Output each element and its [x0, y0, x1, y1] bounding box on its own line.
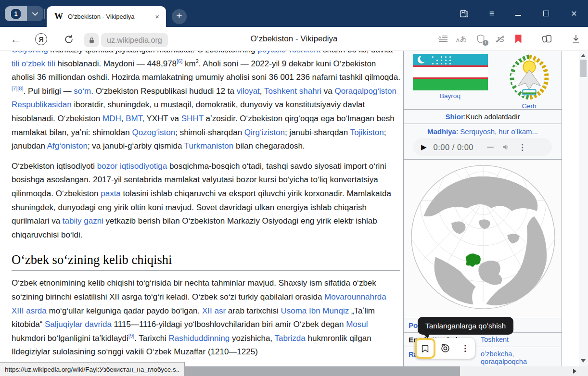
motto-label-link[interactable]: Shior	[445, 113, 463, 121]
play-icon[interactable]: ▶	[421, 143, 427, 151]
close-button[interactable]: ✕	[567, 6, 581, 21]
wiki-link[interactable]: [7][8]	[12, 86, 23, 91]
svg-text:A: A	[438, 35, 441, 40]
site-security-button[interactable]	[84, 33, 99, 47]
wiki-link[interactable]: poytaxti Toshkent	[257, 51, 320, 54]
lock-icon	[88, 37, 95, 44]
wiki-link[interactable]: viloyat	[237, 87, 260, 96]
bookmark-page-button[interactable]	[512, 33, 524, 45]
titlebar-divider	[44, 9, 45, 19]
browser-tab-active[interactable]: W Oʻzbekiston - Vikipediya ×	[47, 6, 166, 27]
wiki-link[interactable]: Qirgʻiziston	[244, 128, 285, 137]
reader-mode-icon: A	[438, 35, 448, 43]
wiki-link[interactable]: XII asr	[202, 306, 226, 315]
wiki-link[interactable]: Toshkent shahri	[264, 87, 321, 96]
globe-map-image[interactable]	[409, 163, 557, 312]
wiki-link[interactable]: Tabrizda	[274, 334, 305, 343]
page-content: Osiyoning markaziy qismida joylashgan ma…	[0, 51, 588, 366]
tab-title: Oʻzbekiston - Vikipediya	[68, 13, 151, 20]
bookmark-flag-icon	[515, 35, 522, 43]
scroll-right-arrow[interactable]	[573, 369, 576, 374]
wiki-link[interactable]: tili oʻzbek tili	[12, 59, 55, 68]
visual-search-icon	[440, 343, 450, 353]
url-text: uz.wikipedia.org	[107, 36, 162, 45]
wiki-link[interactable]: SHHT	[181, 114, 204, 123]
row-value-link[interactable]: oʻzbekcha, qoraqalpoqcha	[477, 347, 549, 366]
new-tab-button[interactable]: +	[172, 9, 187, 24]
reader-mode-button[interactable]: A	[437, 33, 449, 45]
tab-count-badge: 1	[11, 9, 21, 19]
address-bar[interactable]: uz.wikipedia.org	[101, 33, 168, 47]
wiki-link[interactable]: Tojikiston	[350, 128, 384, 137]
wiki-link[interactable]: Afgʻoniston	[47, 141, 88, 150]
uzbekistan-flag-image[interactable]	[413, 54, 488, 90]
player-menu-icon[interactable]: ⋮	[518, 142, 526, 152]
location-map-cell	[404, 160, 562, 318]
wiki-link[interactable]: bozor iqtisodiyotiga	[97, 162, 167, 171]
back-button[interactable]: ←	[9, 32, 23, 46]
scroll-up-arrow[interactable]	[581, 54, 586, 57]
wiki-link[interactable]: Mosul	[346, 320, 368, 329]
article-paragraph: Osiyoning markaziy qismida joylashgan ma…	[12, 51, 400, 153]
wiki-link[interactable]: tabiiy gazni	[63, 216, 103, 226]
maximize-button[interactable]	[539, 6, 553, 21]
speaker-icon	[501, 143, 510, 151]
tab-close-icon[interactable]: ×	[153, 12, 161, 22]
status-url-text: https://uz.wikipedia.org/wiki/Fayl:Узбек…	[5, 366, 179, 373]
browser-titlebar: 1 W Oʻzbekiston - Vikipediya × + ≡	[0, 0, 588, 27]
add-to-collection-button[interactable]	[415, 338, 435, 359]
kebab-icon: ⋮	[461, 343, 469, 353]
reload-button[interactable]	[62, 33, 75, 46]
protect-shield-button[interactable]: 1	[474, 33, 487, 45]
javascript-toggle-button[interactable]: JS	[494, 33, 506, 45]
audio-player[interactable]: ▶ 0:00 / 0:00 ⋮	[413, 138, 552, 156]
visual-search-button[interactable]	[435, 338, 455, 359]
wiki-link[interactable]: Rashiduddinning	[169, 334, 230, 343]
wiki-link[interactable]: Qozogʻiston	[132, 128, 175, 137]
anthem-label-link[interactable]: Madhiya	[427, 127, 456, 136]
player-time: 0:00 / 0:00	[434, 143, 473, 152]
translate-button[interactable]: Aあ	[455, 33, 468, 45]
downloads-button[interactable]	[570, 33, 582, 45]
volume-button[interactable]	[501, 143, 510, 151]
emblem-caption-link[interactable]: Gerb	[522, 102, 536, 110]
vertical-scrollbar[interactable]	[579, 51, 588, 366]
wiki-link[interactable]: [9]	[128, 333, 134, 338]
scroll-down-arrow[interactable]	[581, 359, 586, 363]
tab-group-chevron[interactable]	[27, 6, 43, 21]
wiki-link[interactable]: Usoma Ibn Munqiz	[281, 306, 349, 315]
flag-caption-link[interactable]: Bayroq	[440, 92, 460, 100]
vertical-scroll-thumb[interactable]	[580, 60, 587, 77]
browser-window: 1 W Oʻzbekiston - Vikipediya × + ≡	[0, 0, 588, 376]
tab-group-badge-wrap[interactable]: 1	[5, 6, 27, 21]
page-title: Oʻzbekiston - Vikipediya	[192, 34, 396, 44]
wiki-link[interactable]: Osiyoning	[12, 51, 48, 54]
browser-toolbar: ← Я uz.wikipedia.org Oʻzbekiston - Vikip…	[0, 27, 588, 51]
wiki-link[interactable]: [6]	[177, 58, 182, 64]
yandex-home-button[interactable]: Я	[35, 33, 47, 45]
wiki-link[interactable]: soʻm	[74, 87, 91, 96]
side-panel-icon[interactable]	[457, 6, 471, 21]
shield-counter-badge: 1	[482, 39, 489, 46]
chevron-down-icon	[32, 12, 38, 16]
anthem-title-link[interactable]: Serquyosh, hur oʻlkam...	[460, 127, 538, 136]
tab-group-button[interactable]: 1	[5, 6, 43, 21]
wiki-link[interactable]: Saljuqiylar davrida	[45, 320, 112, 329]
wikipedia-favicon-icon: W	[54, 12, 63, 22]
wiki-link[interactable]: MDH	[102, 114, 121, 123]
image-more-button[interactable]: ⋮	[455, 338, 475, 359]
wiki-link[interactable]: paxta	[101, 189, 121, 198]
uzbekistan-emblem-image[interactable]	[506, 52, 553, 100]
flag-stars	[432, 56, 434, 58]
wiki-link[interactable]: BMT	[126, 114, 142, 123]
minimize-button[interactable]	[511, 6, 525, 21]
wiki-link[interactable]: Turkmaniston	[184, 141, 233, 150]
toolbar-divider	[531, 34, 531, 45]
tooltip-text: Tanlanganlarga qoʻshish	[425, 322, 506, 330]
collections-button[interactable]	[541, 33, 553, 45]
row-value-link[interactable]: Toshkent	[477, 333, 562, 347]
menu-icon[interactable]: ≡	[485, 6, 499, 21]
volume-slider[interactable]	[487, 147, 494, 148]
translate-icon: Aあ	[456, 35, 467, 43]
article-body: Osiyoning markaziy qismida joylashgan ma…	[12, 51, 400, 365]
